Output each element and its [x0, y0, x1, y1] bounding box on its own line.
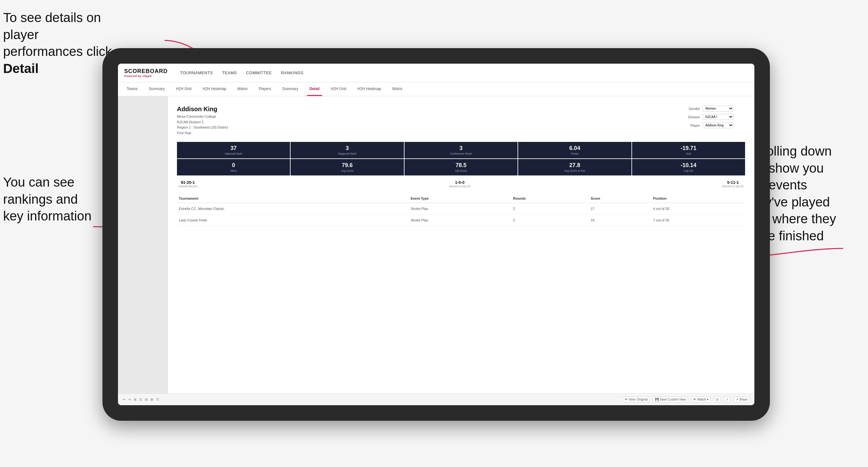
sub-nav-detail[interactable]: Detail	[307, 82, 322, 96]
logo-area: SCOREBOARD Powered by clippd	[124, 68, 168, 77]
record-top50: 5-11-1 Record vs top 50	[722, 180, 744, 188]
tablet-screen: SCOREBOARD Powered by clippd TOURNAMENTS…	[118, 64, 754, 405]
annotation-bl-1: You can see	[3, 175, 74, 189]
bottom-toolbar: ↩ ↪ ⊞ ⊡ ⊟ ⊞ ⏱ 👁 View: Original 💾 Save Cu…	[118, 394, 754, 405]
sub-nav-teams[interactable]: Teams	[124, 82, 140, 96]
main-nav: TOURNAMENTS TEAMS COMMITTEE RANKINGS	[180, 70, 303, 75]
gender-select[interactable]: Women	[703, 105, 734, 112]
stat-conference-rank: 3 Conference Rank	[404, 142, 518, 158]
share-button[interactable]: ↗ Share	[734, 397, 750, 402]
player-school: Mesa Community College	[177, 115, 216, 118]
annotation-top-left-text: To see details on player performances cl…	[3, 10, 112, 59]
stats-row-2: 0 Wins 79.6 Avg Score 78.5 Adj Score 27.…	[177, 159, 745, 176]
view-original-label: View: Original	[629, 398, 648, 401]
player-header: Addison King Mesa Community College NJCA…	[177, 105, 745, 136]
stat-adj-score: 78.5 Adj Score	[404, 159, 518, 176]
logo-sub: Powered by clippd	[124, 74, 152, 77]
nav-committee[interactable]: COMMITTEE	[246, 70, 272, 75]
sub-nav-h2h-grid[interactable]: H2H Grid	[174, 82, 194, 96]
screen-icon-button[interactable]: ⊡	[714, 397, 720, 402]
save-icon: 💾	[655, 398, 659, 401]
th-score: Score	[589, 194, 651, 203]
tournament-table: Tournament Event Type Rounds Score Posit…	[177, 194, 745, 226]
stat-avg-score-to-par: 27.8 Avg Score to Par	[518, 159, 631, 176]
division-control: Division NJCAA I	[683, 114, 745, 120]
th-tournament: Tournament	[177, 194, 409, 203]
th-rounds: Rounds	[511, 194, 589, 203]
player-control: Player Addison King	[683, 122, 745, 128]
nav-teams[interactable]: TEAMS	[222, 70, 237, 75]
toolbar-icon-1[interactable]: ⊞	[134, 398, 136, 401]
position-2: 7 out of 20	[651, 215, 745, 226]
sub-nav-summary[interactable]: Summary	[146, 82, 167, 96]
sidebar	[118, 96, 168, 394]
gender-label: Gender	[683, 107, 700, 111]
annotation-bl-3: key information	[3, 209, 92, 223]
stats-row-1: 37 National Rank 3 Regional Rank 3 Confe…	[177, 142, 745, 158]
score-1: 17	[589, 203, 651, 215]
annotation-detail-bold: Detail	[3, 61, 38, 76]
table-row: Estrella CC- Mountain Classic Stroke Pla…	[177, 203, 745, 215]
th-position: Position	[651, 194, 745, 203]
player-name: Addison King	[177, 105, 228, 113]
records-row: 91-20-1 Overall Record 1-5-0 Record vs t…	[177, 180, 745, 188]
sub-nav-h2h-heatmap[interactable]: H2H Heatmap	[200, 82, 229, 96]
view-original-button[interactable]: 👁 View: Original	[622, 397, 650, 402]
stat-wins: 0 Wins	[177, 159, 290, 176]
watch-button[interactable]: 👁 Watch ▾	[691, 397, 711, 402]
toolbar-icon-2[interactable]: ⊡	[140, 398, 142, 401]
gender-control: Gender Women	[683, 105, 745, 112]
nav-tournaments[interactable]: TOURNAMENTS	[180, 70, 213, 75]
share-icon: ↗	[736, 398, 738, 401]
stat-points: 6.04 Points	[518, 142, 631, 158]
event-type-1: Stroke Play	[409, 203, 511, 215]
logo-text: SCOREBOARD	[124, 68, 168, 74]
toolbar-icon-5[interactable]: ⏱	[156, 398, 159, 401]
th-event-type: Event Type	[409, 194, 511, 203]
sub-nav-h2h-heatmap2[interactable]: H2H Heatmap	[355, 82, 383, 96]
annotation-bl-2: rankings and	[3, 192, 78, 207]
rounds-2: 2	[511, 215, 589, 226]
expand-icon-button[interactable]: ⤢	[724, 397, 731, 402]
watch-icon: 👁	[693, 398, 696, 401]
sub-nav-h2h-grid2[interactable]: H2H Grid	[328, 82, 349, 96]
toolbar-icon-4[interactable]: ⊞	[151, 398, 153, 401]
sub-nav-summary2[interactable]: Summary	[280, 82, 301, 96]
sub-nav-matrix[interactable]: Matrix	[235, 82, 250, 96]
rounds-1: 2	[511, 203, 589, 215]
position-1: 4 out of 20	[651, 203, 745, 215]
nav-rankings[interactable]: RANKINGS	[281, 70, 303, 75]
sub-nav: Teams Summary H2H Grid H2H Heatmap Matri…	[118, 82, 754, 96]
stat-avg-score: 79.6 Avg Score	[290, 159, 404, 176]
table-row: Lady Coyote Invite Stroke Play 2 16 7 ou…	[177, 215, 745, 226]
player-select[interactable]: Addison King	[703, 122, 734, 128]
player-label: Player	[683, 124, 700, 127]
watch-label: Watch	[697, 398, 706, 401]
sub-nav-players[interactable]: Players	[256, 82, 274, 96]
player-division: NJCAA Division 1	[177, 120, 204, 124]
stat-avg-sg: -10.14 Avg SG	[632, 159, 745, 176]
division-select[interactable]: NJCAA I	[703, 114, 734, 120]
toolbar-redo-icon[interactable]: ↪	[128, 398, 131, 401]
score-2: 16	[589, 215, 651, 226]
toolbar-icon-3[interactable]: ⊟	[145, 398, 148, 401]
player-year: First Year	[177, 131, 191, 135]
save-custom-button[interactable]: 💾 Save Custom View	[653, 397, 688, 402]
main-content: Addison King Mesa Community College NJCA…	[118, 96, 754, 394]
record-top25: 1-5-0 Record vs top 25	[449, 180, 470, 188]
sub-nav-matrix2[interactable]: Matrix	[390, 82, 405, 96]
view-original-icon: 👁	[625, 398, 628, 401]
tournament-name-1: Estrella CC- Mountain Classic	[177, 203, 409, 215]
watch-chevron-icon: ▾	[707, 398, 708, 401]
player-info: Addison King Mesa Community College NJCA…	[177, 105, 228, 136]
player-region: Region 1 - Southwest (18) District	[177, 125, 228, 129]
stat-sos: -19.71 SoS	[632, 142, 745, 158]
stat-national-rank: 37 National Rank	[177, 142, 290, 158]
save-custom-label: Save Custom View	[660, 398, 686, 401]
event-type-2: Stroke Play	[409, 215, 511, 226]
division-label: Division	[683, 115, 700, 119]
share-label: Share	[739, 398, 748, 401]
player-controls: Gender Women Division NJCAA I	[683, 105, 745, 128]
toolbar-undo-icon[interactable]: ↩	[123, 398, 125, 401]
content-area: Addison King Mesa Community College NJCA…	[168, 96, 754, 394]
